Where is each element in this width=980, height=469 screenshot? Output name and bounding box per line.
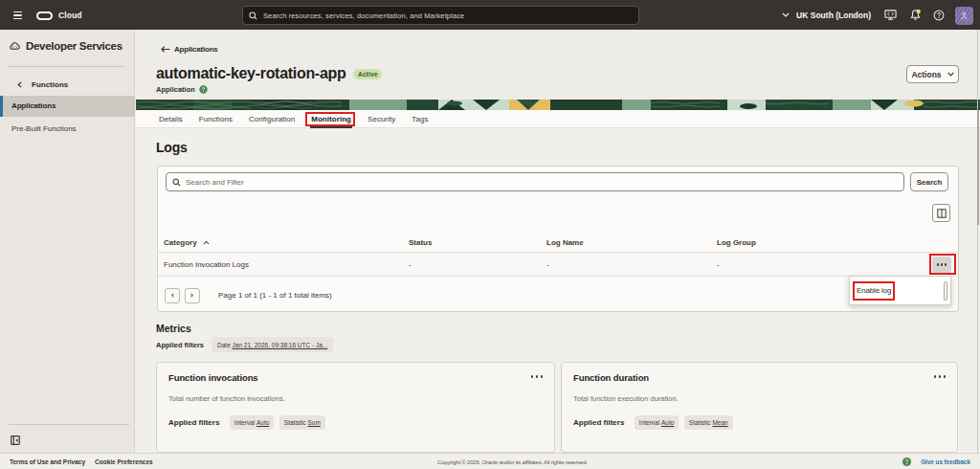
brand-label: Cloud — [58, 11, 82, 20]
row-actions-menu: Enable log — [849, 276, 951, 305]
pagination: Page 1 of 1 (1 - 1 of 1 total items) — [158, 278, 958, 313]
resource-type-label: Application — [156, 85, 195, 94]
chevron-right-icon — [190, 292, 194, 299]
column-header-log-name[interactable]: Log Name — [546, 238, 584, 247]
column-header-log-group[interactable]: Log Group — [717, 238, 756, 247]
card-description: Total number of function invocations. — [168, 394, 285, 403]
logs-panel: Search and Filter Search Category Status… — [157, 166, 959, 312]
divider — [9, 424, 129, 425]
oracle-logo-icon[interactable] — [36, 11, 53, 20]
cell-category: Function Invocation Logs — [164, 260, 249, 269]
sort-asc-icon — [203, 240, 210, 245]
feedback-help-icon[interactable] — [902, 458, 911, 466]
avatar[interactable] — [955, 7, 973, 25]
next-page-button[interactable] — [185, 288, 200, 303]
footer-links: Terms of Use and Privacy Cookie Preferen… — [10, 458, 153, 465]
arrow-left-icon — [161, 46, 170, 53]
cell-status: - — [409, 260, 412, 269]
logs-table: Category Status Log Name Log Group Funct… — [158, 234, 958, 277]
region-selector[interactable]: UK South (London) — [782, 0, 871, 30]
applied-filters-label: Applied filters — [156, 341, 204, 349]
applied-filters-label: Applied filters — [168, 418, 219, 427]
scrollbar[interactable] — [944, 281, 947, 301]
logs-search-placeholder: Search and Filter — [186, 178, 244, 187]
breadcrumb[interactable]: Applications — [161, 45, 218, 54]
chevron-down-icon — [782, 12, 790, 17]
chevron-left-icon — [170, 292, 174, 299]
pagination-label: Page 1 of 1 (1 - 1 of 1 total items) — [218, 291, 332, 300]
search-icon — [249, 11, 257, 20]
column-settings-button[interactable] — [932, 204, 950, 222]
cell-log-name: - — [546, 260, 549, 269]
logs-search-input[interactable]: Search and Filter — [166, 172, 904, 191]
sidebar-back-label: Functions — [32, 80, 68, 89]
sidebar-title: Developer Services — [10, 40, 122, 52]
card-filters-row: Applied filters Interval Auto Statistic … — [573, 415, 733, 430]
card-title: Function invocations — [168, 372, 258, 383]
scrollbar-thumb[interactable] — [977, 110, 979, 225]
sidebar: Developer Services Functions Application… — [0, 30, 135, 453]
global-search-placeholder: Search resources, services, documentatio… — [263, 11, 464, 20]
row-actions-button[interactable] — [932, 257, 951, 273]
interval-chip[interactable]: Interval Auto — [635, 415, 679, 430]
cookie-preferences-link[interactable]: Cookie Preferences — [95, 458, 153, 465]
metrics-filters-row: Applied filters Date Jan 21, 2026, 09:38… — [156, 337, 333, 352]
status-badge: Active — [353, 69, 382, 79]
chevron-left-icon — [17, 81, 22, 88]
terms-link[interactable]: Terms of Use and Privacy — [10, 458, 85, 465]
search-icon — [172, 178, 181, 187]
scrollbar-track — [977, 30, 978, 453]
sidebar-item-prebuilt-functions[interactable]: Pre-Built Functions — [0, 119, 135, 140]
search-button[interactable]: Search — [910, 172, 948, 191]
tab-functions[interactable]: Functions — [199, 110, 233, 128]
card-function-invocations: Function invocations Total number of fun… — [156, 362, 555, 453]
card-description: Total function execution duration. — [573, 394, 679, 403]
sidebar-back-functions[interactable]: Functions — [17, 80, 68, 89]
statistic-chip[interactable]: Statistic Sum — [279, 415, 325, 430]
help-badge-icon[interactable] — [199, 85, 208, 94]
global-search-input[interactable]: Search resources, services, documentatio… — [242, 6, 639, 25]
table-header-row: Category Status Log Name Log Group — [158, 234, 958, 253]
interval-chip[interactable]: Interval Auto — [230, 415, 275, 430]
page-header: Applications automatic-key-rotation-app … — [136, 30, 980, 100]
top-bar: Cloud Search resources, services, docume… — [0, 0, 980, 30]
user-icon — [960, 11, 969, 20]
notifications-icon[interactable] — [906, 0, 924, 30]
chevron-down-icon — [947, 72, 954, 77]
menu-item-enable-log[interactable]: Enable log — [857, 286, 891, 295]
collapse-sidebar-icon[interactable] — [11, 436, 20, 445]
previous-page-button[interactable] — [165, 288, 180, 303]
sidebar-title-label: Developer Services — [26, 40, 122, 52]
applied-filters-label: Applied filters — [573, 418, 624, 427]
table-row: Function Invocation Logs - - - — [158, 253, 958, 277]
region-label: UK South (London) — [796, 11, 871, 20]
tab-configuration[interactable]: Configuration — [249, 110, 295, 128]
help-icon[interactable] — [930, 0, 947, 30]
column-header-status[interactable]: Status — [409, 238, 432, 247]
footer-feedback: Give us feedback — [902, 458, 970, 466]
actions-button[interactable]: Actions — [906, 65, 959, 83]
devtools-icon[interactable] — [881, 0, 899, 30]
actions-label: Actions — [911, 70, 941, 79]
tab-monitoring[interactable]: Monitoring — [311, 110, 351, 128]
statistic-chip[interactable]: Statistic Mean — [684, 415, 733, 430]
column-header-category[interactable]: Category — [164, 238, 210, 247]
tab-tags[interactable]: Tags — [412, 110, 428, 128]
page-title-row: automatic-key-rotation-app Active — [156, 65, 382, 82]
feedback-link[interactable]: Give us feedback — [921, 458, 970, 465]
card-menu-button[interactable] — [531, 375, 544, 378]
resource-type-row: Application — [156, 85, 208, 94]
cloud-icon — [10, 41, 20, 51]
tab-bar: Details Functions Configuration Monitori… — [136, 110, 980, 128]
divider — [9, 66, 124, 67]
date-filter-chip[interactable]: Date Jan 21, 2026, 09:38:16 UTC - Ja... — [212, 337, 333, 352]
columns-icon — [937, 209, 947, 218]
card-menu-button[interactable] — [934, 375, 947, 378]
sidebar-item-applications[interactable]: Applications — [0, 96, 135, 117]
tab-security[interactable]: Security — [368, 110, 395, 128]
hamburger-icon[interactable] — [13, 11, 22, 19]
cell-log-group: - — [717, 260, 720, 269]
decorative-banner — [136, 100, 980, 110]
copyright: Copyright © 2026, Oracle and/or its affi… — [437, 459, 588, 465]
tab-details[interactable]: Details — [159, 110, 183, 128]
